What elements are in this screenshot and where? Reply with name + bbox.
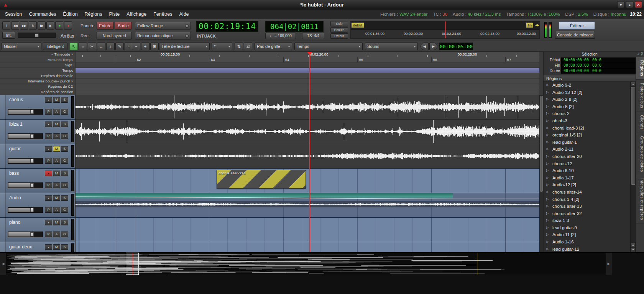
ecoute-button[interactable]: Écoute	[330, 27, 348, 33]
region-list-item[interactable]: ▷chorus-2	[544, 110, 630, 117]
sync-source-label[interactable]: INT/JACK	[197, 34, 216, 38]
expander-icon[interactable]: ▷	[546, 174, 549, 182]
region-list-item[interactable]: ▷Audio-12 [2]	[544, 181, 630, 189]
menu-piste[interactable]: Piste	[105, 10, 123, 19]
expander-icon[interactable]: ▷	[546, 246, 549, 252]
group-button[interactable]: G	[61, 182, 68, 188]
region-list-item[interactable]: ▷chorus 1-4 [2]	[544, 196, 630, 203]
region-list-item[interactable]: ▷Audio 13-12 [2]	[544, 89, 630, 96]
transport-record-button[interactable]: ●	[64, 21, 72, 30]
track-content-chorus[interactable]	[76, 95, 539, 119]
group-button[interactable]: G	[61, 158, 68, 164]
mute-button[interactable]: M	[53, 122, 60, 127]
summary-strip[interactable]: ◀ ▶	[0, 252, 644, 294]
grid-combo[interactable]: Pas de grille▾	[255, 43, 292, 50]
mute-button[interactable]: M	[53, 220, 60, 225]
scrollbar-thumb[interactable]	[631, 87, 635, 185]
playhead[interactable]	[309, 52, 310, 252]
region-list-item[interactable]: ▷Audio 2-8 [2]	[544, 96, 630, 103]
record-arm-button[interactable]: ●	[45, 122, 52, 127]
ruler-content-reperes-de-cd[interactable]	[76, 84, 539, 89]
group-button[interactable]: G	[61, 133, 68, 139]
track-content-bass[interactable]: chorus alter-33.1	[76, 169, 539, 193]
expander-icon[interactable]: ▷	[546, 89, 549, 96]
zoom-out-button[interactable]: −	[132, 43, 140, 50]
expander-icon[interactable]: ▷	[546, 146, 549, 153]
cut-tool[interactable]: ✂	[88, 43, 96, 50]
region-list-item[interactable]: ▷Audio-11 [2]	[544, 231, 630, 238]
summary-scroll-right-icon[interactable]: ▶	[606, 253, 612, 275]
ruler-content-sign[interactable]	[76, 62, 539, 68]
expander-icon[interactable]: ▷	[546, 224, 549, 232]
automation-button[interactable]: A	[53, 232, 60, 237]
track-drag-handle[interactable]	[0, 218, 6, 242]
expander-icon[interactable]: ▷	[546, 231, 549, 238]
nudge-clock[interactable]: 00:00:05:00	[439, 43, 473, 50]
record-arm-button[interactable]: ●	[45, 220, 52, 225]
track-header-ibiza-1[interactable]: ibiza 1●MSPAG	[0, 120, 76, 144]
region-list-item[interactable]: ▷Audio 2-11	[544, 146, 630, 153]
automation-button[interactable]: A	[53, 158, 60, 164]
selection-clock[interactable]: 00:00:00:00	[561, 57, 591, 63]
mini-timeline[interactable]: début fin ◀▶ 00:01:36:0000:02:00:0000:02…	[350, 21, 540, 39]
automation-button[interactable]: A	[53, 133, 60, 139]
track-content-guitar[interactable]	[76, 144, 539, 168]
region-list-item[interactable]: ▷chorus alter-32	[544, 210, 630, 217]
expander-icon[interactable]: ▷	[546, 210, 549, 217]
region-list-item[interactable]: ▷lead guitar-9	[544, 224, 630, 232]
transport-go-end-button[interactable]: ▶▶	[20, 21, 28, 30]
playlist-button[interactable]: P	[45, 158, 52, 164]
group-button[interactable]: G	[61, 232, 68, 237]
sidebar-tab-pistes-et-bus[interactable]: Pistes et bus	[636, 80, 644, 112]
ruler-content-intervalles-boucle-punch[interactable]	[76, 79, 539, 84]
expander-icon[interactable]: ▷	[546, 139, 549, 146]
playlist-button[interactable]: P	[45, 133, 52, 139]
sidebar-tab-intervalles-et-reperes[interactable]: Intervalles et repères	[636, 175, 644, 223]
region-list-item[interactable]: ▷chorus alter-33	[544, 203, 630, 210]
region-chorus-alter-33-1[interactable]: chorus alter-33.1	[217, 170, 306, 189]
mini-timeline-arrows-icon[interactable]: ◀▶	[535, 23, 539, 27]
auto-return-combo[interactable]: Retour automatique	[135, 32, 191, 39]
minimize-button[interactable]: ▾	[617, 1, 624, 8]
stretch-tool[interactable]: ↔	[97, 43, 105, 50]
record-arm-button[interactable]: ●	[45, 171, 52, 176]
scroll-up-icon[interactable]: ▲	[631, 82, 636, 87]
transport-play-button[interactable]: ▶	[46, 21, 54, 30]
region-list-item[interactable]: ▷Audio-5 [2]	[544, 103, 630, 110]
record-arm-button[interactable]: ●	[45, 195, 52, 201]
gain-fader-handle[interactable]	[30, 183, 34, 187]
rec-mode-button[interactable]: Non-Layered	[97, 32, 132, 39]
region-list-item[interactable]: ▷lead guitar-1	[544, 139, 630, 146]
track-header-guitar[interactable]: guitar●MSPAG	[0, 144, 76, 168]
track-drag-handle[interactable]	[0, 242, 6, 252]
range-tool[interactable]: ⇔	[79, 43, 87, 50]
gain-fader[interactable]	[8, 109, 43, 115]
track-header-audio[interactable]: Audio●MSPAG	[0, 193, 76, 217]
edit-point-combo[interactable]: Souris▾	[365, 43, 418, 50]
menu-commandes[interactable]: Commandes	[25, 10, 59, 19]
transport-play-range-button[interactable]: ▮▶	[38, 21, 46, 30]
punch-out-button[interactable]: Sortie	[115, 22, 132, 30]
scrollbar-thumb[interactable]	[540, 96, 543, 192]
expander-icon[interactable]: ▷	[546, 110, 549, 117]
track-drag-handle[interactable]	[0, 144, 6, 168]
maximize-button[interactable]: ▴	[626, 1, 633, 8]
region-list-item[interactable]: ▷Audio 6-10	[544, 167, 630, 174]
transport-stop-button[interactable]: ■	[55, 21, 63, 30]
region-list-item[interactable]: ▷Audio 9-2	[544, 82, 630, 89]
track-content-ibiza-1[interactable]	[76, 120, 539, 144]
expand-tracks-button[interactable]: ⇅	[235, 43, 243, 50]
track-drag-handle[interactable]	[0, 120, 6, 144]
marker-combo[interactable]: *▾	[212, 43, 232, 50]
mute-button[interactable]: M	[53, 97, 60, 103]
nudge-left-button[interactable]: ◀	[421, 43, 429, 50]
region-list-item[interactable]: ▷Audio 1-16	[544, 238, 630, 246]
grid-unit-combo[interactable]: Temps▾	[294, 43, 363, 50]
region-list-scrollbar[interactable]: ▲ ▲ ▼	[630, 82, 636, 252]
track-header-piano[interactable]: piano●MSPAG	[0, 218, 76, 242]
region-list-item[interactable]: ▷chorus alter-20	[544, 153, 630, 160]
expander-icon[interactable]: ▷	[546, 217, 549, 224]
automation-button[interactable]: A	[53, 182, 60, 188]
zoom-in-button[interactable]: +	[141, 43, 150, 50]
shrink-tracks-button[interactable]: ⇄	[244, 43, 252, 50]
